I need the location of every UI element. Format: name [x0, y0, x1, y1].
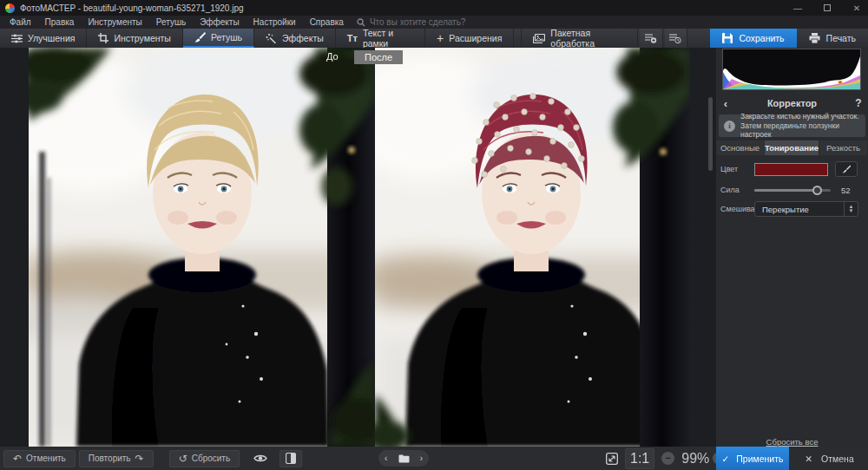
fit-screen-icon[interactable] [606, 453, 618, 465]
menu-file[interactable]: Файл [3, 16, 37, 28]
tab-extensions[interactable]: + Расширения [425, 29, 514, 48]
tab-enhancements[interactable]: Улучшения [0, 29, 87, 48]
save-icon [722, 33, 733, 43]
undo-icon: ↶ [13, 453, 22, 465]
strength-slider[interactable] [754, 189, 831, 192]
reset-button[interactable]: ↺ Сбросить [169, 450, 240, 467]
info-icon: i [724, 121, 735, 132]
strength-value: 52 [841, 186, 851, 195]
check-icon: ✓ [721, 454, 729, 464]
window-title: ФотоМАСТЕР - beautiful-young-woman-63527… [20, 3, 244, 13]
section-title: Корректор [735, 98, 849, 108]
histogram [722, 49, 861, 90]
tab-toning[interactable]: Тонирование [765, 140, 819, 155]
tab-instruments[interactable]: Инструменты [87, 29, 182, 48]
menu-help[interactable]: Справка [304, 16, 350, 28]
tab-text-frames[interactable]: Tт Текст и рамки [336, 29, 425, 48]
blend-label: Смешивание [716, 205, 754, 213]
file-navigator: ‹ › [378, 450, 429, 467]
menu-search[interactable]: Что вы хотите сделать? [357, 17, 466, 27]
strength-label: Сила [716, 186, 754, 194]
preset-history-button[interactable] [665, 29, 688, 48]
zoom-1-1-button[interactable]: 1:1 [625, 448, 654, 469]
text-icon: Tт [347, 33, 358, 43]
photo-after[interactable] [375, 48, 690, 447]
redo-icon: ↷ [135, 453, 144, 465]
brush-icon [194, 32, 206, 42]
next-image-icon[interactable]: › [420, 454, 423, 463]
undo-button[interactable]: ↶ Отменить [3, 450, 76, 467]
split-compare-icon [286, 453, 296, 464]
info-line1: Закрасьте кистью нужный участок. [740, 112, 860, 121]
crop-icon [98, 33, 108, 43]
apply-button[interactable]: ✓ Применить [716, 447, 789, 470]
slider-handle[interactable] [812, 186, 822, 195]
zoom-controls: 1:1 − 99% + [606, 448, 726, 468]
spinner-icons[interactable]: ▲▼ [844, 202, 858, 216]
settings-panel: ‹ Корректор ? i Закрасьте кистью нужный … [716, 48, 868, 447]
eye-icon [253, 454, 267, 463]
redo-button[interactable]: Повторить ↷ [79, 450, 154, 467]
folder-icon[interactable] [398, 454, 410, 463]
sliders-icon [11, 34, 23, 43]
reset-all-link[interactable]: Сбросить все [716, 437, 868, 447]
menu-effects[interactable]: Эффекты [194, 16, 245, 28]
blend-select[interactable]: Перекрытие ▲▼ [754, 201, 858, 217]
batch-icon [533, 34, 545, 43]
back-arrow-icon[interactable]: ‹ [716, 97, 735, 110]
info-line2: Затем передвиньте ползунки настроек [740, 121, 860, 140]
search-icon [357, 18, 365, 27]
zoom-out-button[interactable]: − [661, 452, 674, 465]
print-button[interactable]: Печать [797, 29, 868, 48]
compare-view-button[interactable] [279, 450, 302, 467]
printer-icon [809, 33, 820, 43]
menu-edit[interactable]: Правка [39, 16, 81, 28]
image-canvas[interactable]: До После [0, 48, 716, 447]
tab-batch-processing[interactable]: Пакетная обработка [521, 29, 637, 48]
zoom-percent-value: 99% [681, 451, 706, 467]
menu-settings[interactable]: Настройки [247, 16, 302, 28]
tab-basic[interactable]: Основные [716, 140, 765, 155]
eyedropper-icon [842, 165, 851, 173]
photo-before[interactable] [29, 48, 375, 447]
eyedropper-button[interactable] [835, 161, 858, 177]
info-box: i Закрасьте кистью нужный участок. Затем… [719, 114, 865, 137]
close-button[interactable]: ✕ [851, 3, 863, 13]
menu-tools[interactable]: Инструменты [82, 16, 148, 28]
tab-sharpness[interactable]: Резкость [819, 140, 868, 155]
menu-retouch[interactable]: Ретушь [150, 16, 192, 28]
plus-icon: + [437, 31, 444, 45]
corrector-header: ‹ Корректор ? [716, 94, 868, 113]
search-placeholder: Что вы хотите сделать? [370, 17, 466, 27]
restore-button[interactable] [821, 3, 833, 13]
panel-tabs: Основные Тонирование Резкость [716, 140, 868, 155]
main-toolbar: Улучшения Инструменты Ретушь Эффекты Tт … [0, 29, 868, 48]
minimize-button[interactable]: — [792, 3, 804, 13]
cancel-button[interactable]: ✕ Отмена [791, 447, 868, 470]
menu-bar: Файл Правка Инструменты Ретушь Эффекты Н… [0, 16, 868, 29]
close-x-icon: ✕ [805, 454, 812, 464]
reset-icon: ↺ [179, 453, 187, 465]
after-label: После [354, 50, 403, 64]
save-button[interactable]: Сохранить [710, 29, 796, 48]
color-swatch[interactable] [754, 163, 828, 176]
before-label: До [318, 50, 347, 62]
prev-image-icon[interactable]: ‹ [385, 454, 387, 463]
wand-icon [266, 33, 277, 43]
blend-value: Перекрытие [755, 205, 844, 214]
title-bar: ФотоМАСТЕР - beautiful-young-woman-63527… [0, 0, 868, 16]
help-icon[interactable]: ? [849, 97, 868, 109]
preview-original-button[interactable] [245, 450, 276, 467]
scrollbar[interactable] [708, 97, 713, 171]
tab-retouch[interactable]: Ретушь [183, 29, 254, 48]
color-label: Цвет [716, 165, 754, 173]
tab-effects[interactable]: Эффекты [254, 29, 336, 48]
app-logo-icon [5, 3, 15, 13]
preset-add-button[interactable] [640, 29, 663, 48]
